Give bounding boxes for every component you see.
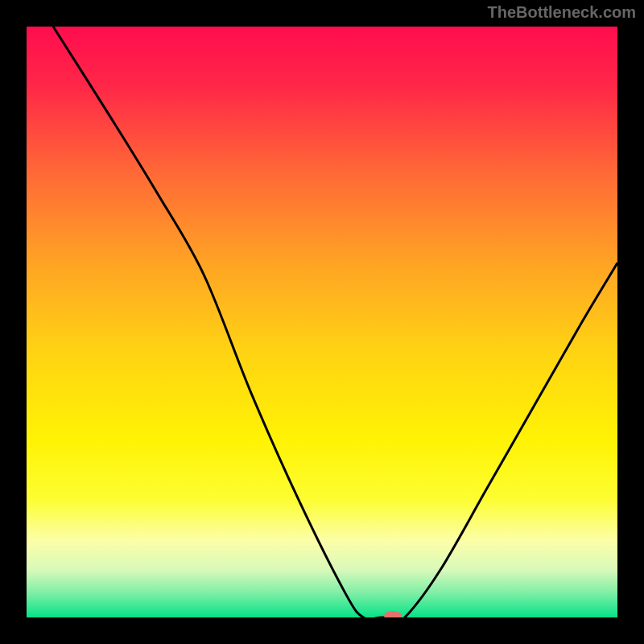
bottleneck-curve — [53, 27, 617, 617]
curve-overlay — [27, 27, 617, 617]
optimal-marker — [384, 611, 402, 617]
chart-container: TheBottleneck.com — [0, 0, 644, 644]
watermark-text: TheBottleneck.com — [488, 3, 636, 22]
plot-area — [27, 27, 617, 617]
